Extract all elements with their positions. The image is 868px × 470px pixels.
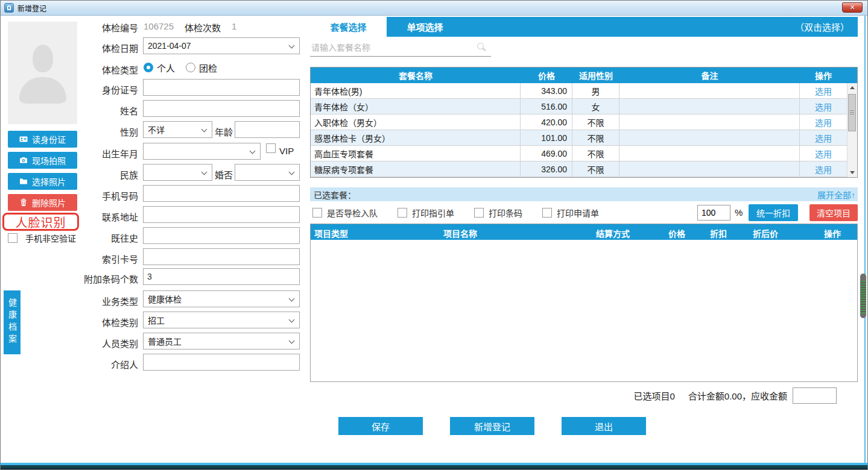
exam-count-label: 体检次数 [185,21,221,34]
discount-input[interactable] [697,205,730,221]
title-bar[interactable]: 新增登记 ✕ [1,1,867,16]
select-package-link[interactable]: 选用 [815,85,832,97]
package-table-row[interactable]: 高血压专项套餐469.00不限选用 [311,146,847,161]
select-package-link[interactable]: 选用 [815,148,832,160]
phone-input[interactable] [143,185,300,202]
save-button[interactable]: 保存 [338,417,423,435]
type-personal-label: 个人 [157,61,175,74]
package-table-scrollbar[interactable] [847,83,857,177]
clear-items-button[interactable]: 清空项目 [809,204,858,221]
phone-verify-label: 手机非空验证 [25,232,76,244]
expand-all-link[interactable]: 展开全部↑ [817,189,858,201]
package-search-input[interactable] [310,39,491,56]
package-cell-note [619,114,800,130]
referrer-input[interactable] [143,354,300,371]
exam-date-select[interactable]: 2021-04-07 [143,37,300,54]
gender-select[interactable]: 不详 [143,121,212,138]
vip-checkbox[interactable] [266,143,276,153]
package-cell-price: 101.00 [521,130,572,145]
scrollbar-thumb[interactable] [848,94,856,131]
read-idcard-button[interactable]: 读身份证 [8,131,77,148]
package-cell-note [619,161,800,177]
package-cell-price: 343.00 [521,83,572,98]
address-input[interactable] [143,206,300,223]
selected-items-table: 项目类型项目名称结算方式价格折扣折后价操作 [310,224,858,382]
take-photo-label: 现场拍照 [32,154,66,166]
barcode-count-input[interactable] [143,268,300,285]
take-photo-button[interactable]: 现场拍照 [8,152,77,169]
choose-photo-label: 选择照片 [32,175,66,187]
select-package-link[interactable]: 选用 [815,163,832,175]
phone-verify-checkbox[interactable] [8,233,17,243]
type-label: 体检类型 [79,63,138,76]
index-card-label: 索引卡号 [79,252,138,265]
package-header-cell: 套餐名称 [311,69,521,81]
face-recognition-button[interactable]: 人脸识别 [2,213,79,231]
exit-button[interactable]: 退出 [562,417,646,435]
window-scrollbar-thumb[interactable] [860,274,866,318]
package-search [310,39,491,57]
selection-tabbar: 套餐选择 单项选择 （双击选择） [310,17,858,37]
chevron-down-icon [201,169,207,175]
package-header-cell: 适用性别 [572,69,619,81]
history-input[interactable] [143,227,300,244]
age-label: 年龄 [215,125,233,138]
print-option-label: 打印申请单 [557,207,599,219]
package-table-row[interactable]: 糖尿病专项套餐326.00不限选用 [311,161,847,177]
selected-count-label: 已选项目0 [633,389,674,402]
package-cell-name: 糖尿病专项套餐 [311,161,521,177]
person-silhouette-icon [33,45,53,72]
selected-packages-bar: 已选套餐： 展开全部↑ [310,187,858,201]
index-card-input[interactable] [143,248,300,265]
select-package-link[interactable]: 选用 [815,132,832,144]
read-idcard-label: 读身份证 [32,133,66,145]
person-category-select[interactable]: 普通员工 [143,333,300,349]
selected-items-header: 项目类型项目名称结算方式价格折扣折后价操作 [311,224,857,240]
scroll-down-icon[interactable] [847,168,857,177]
new-registration-button[interactable]: 新增登记 [450,417,534,435]
ethnic-select[interactable] [143,164,212,181]
business-type-select[interactable]: 健康体检 [143,290,300,307]
name-input[interactable] [143,100,300,117]
close-button[interactable]: ✕ [842,2,863,13]
age-input[interactable] [235,121,300,138]
exam-category-select[interactable]: 招工 [143,312,300,328]
print-option-checkbox[interactable] [312,208,322,218]
package-cell-name: 青年体检(男) [311,83,521,98]
chevron-down-icon [289,169,295,175]
tab-single-select[interactable]: 单项选择 [387,17,463,37]
choose-photo-button[interactable]: 选择照片 [8,173,77,190]
package-cell-price: 420.00 [521,114,572,130]
print-option-checkbox[interactable] [398,208,407,218]
package-table-row[interactable]: 感恩体检卡（男女）101.00不限选用 [311,130,847,146]
package-cell-note [619,83,800,98]
receivable-amount-input[interactable] [793,387,837,404]
select-package-link[interactable]: 选用 [815,101,832,113]
tab-package-select[interactable]: 套餐选择 [310,17,387,37]
apply-discount-button[interactable]: 统一折扣 [749,204,798,221]
print-option: 打印申请单 [542,207,599,219]
tab-health-archive[interactable]: 健康档案 [4,290,21,354]
print-option-label: 打印条码 [489,207,522,219]
package-table-row[interactable]: 入职体检（男女）420.00不限选用 [311,114,847,130]
birth-select[interactable] [143,143,261,160]
package-table-row[interactable]: 青年体检（女）516.00女选用 [311,99,847,114]
package-table-row[interactable]: 青年体检(男)343.00男选用 [311,83,847,99]
history-label: 既往史 [79,231,138,244]
registration-window: 新增登记 ✕ 读身份证 现场拍照 选择照片 [0,0,868,470]
package-cell-price: 326.00 [521,161,572,177]
birth-label: 出生年月 [79,147,138,160]
marriage-select[interactable] [235,164,300,181]
type-personal-radio[interactable] [144,63,153,72]
package-cell-name: 入职体检（男女） [311,114,521,130]
select-package-link[interactable]: 选用 [815,116,832,128]
type-group-radio[interactable] [186,63,195,72]
address-label: 联系地址 [79,210,138,223]
print-option: 打印指引单 [398,207,454,219]
print-option-checkbox[interactable] [474,208,484,218]
exam-no-label: 体检编号 [79,21,138,34]
id-number-input[interactable] [143,79,300,96]
scroll-up-icon[interactable] [847,83,857,92]
delete-photo-button[interactable]: 删除照片 [8,194,77,211]
print-option-checkbox[interactable] [542,208,552,218]
